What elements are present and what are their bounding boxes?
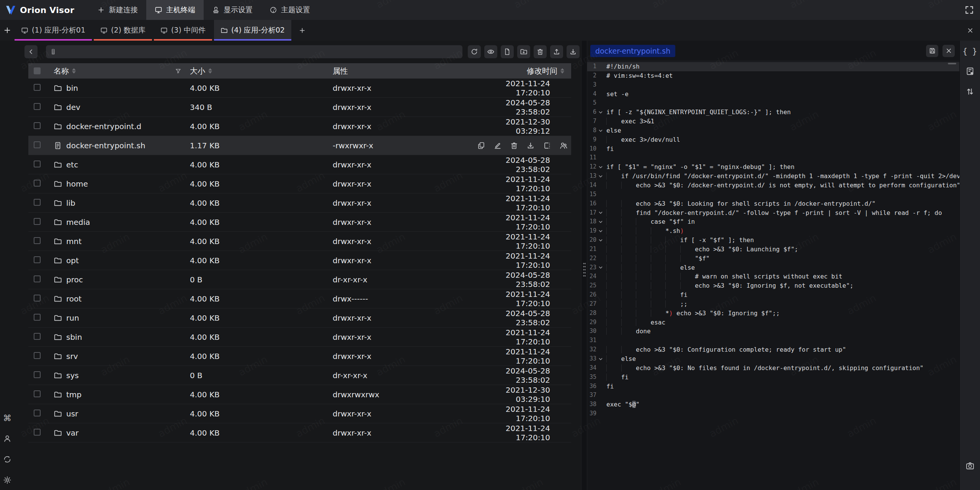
navbar-item-1[interactable]: 新建连接 [89, 0, 146, 20]
row-checkbox[interactable] [34, 333, 41, 340]
terminal-tab-2[interactable]: (2) 数据库 [94, 20, 152, 41]
row-checkbox[interactable] [34, 371, 41, 378]
code-line[interactable]: 24 # warn on shell scripts without exec … [587, 272, 959, 281]
code-line[interactable]: 17 find "/docker-entrypoint.d/" -follow … [587, 208, 959, 218]
sort-icon[interactable] [207, 67, 213, 74]
path-input[interactable] [60, 47, 459, 56]
code-line[interactable]: 6 if [ -z "${NGINX_ENTRYPOINT_QUIET_LOGS… [587, 108, 959, 117]
shortcut-keys-icon[interactable]: ⌘ [3, 414, 11, 423]
code-line[interactable]: 39 [587, 409, 959, 418]
select-all-checkbox[interactable] [34, 67, 41, 74]
row-checkbox[interactable] [34, 352, 41, 359]
fold-chevron-icon[interactable] [596, 226, 605, 236]
row-checkbox[interactable] [34, 256, 41, 263]
fold-chevron-icon[interactable] [596, 391, 605, 400]
row-checkbox[interactable] [34, 161, 41, 167]
row-checkbox[interactable] [34, 199, 41, 206]
code-line[interactable]: 33 else [587, 354, 959, 364]
row-checkbox[interactable] [34, 84, 41, 91]
screenshot-camera-icon[interactable] [965, 461, 975, 471]
code-line[interactable]: 8 else [587, 126, 959, 135]
column-header-name[interactable]: 名称 [52, 66, 190, 76]
fold-chevron-icon[interactable] [596, 272, 605, 281]
code-line[interactable]: 12 if [ "$1" = "nginx" -o "$1" = "nginx-… [587, 162, 959, 172]
close-tab-button[interactable] [967, 20, 980, 41]
code-line[interactable]: 36 fi [587, 382, 959, 391]
terminal-tab-4[interactable]: (4) 应用-分析02 [214, 20, 291, 41]
app-logo[interactable]: Orion Visor [0, 0, 80, 20]
fold-chevron-icon[interactable] [596, 409, 605, 418]
row-checkbox[interactable] [34, 390, 41, 397]
fold-chevron-icon[interactable] [596, 309, 605, 318]
code-area[interactable]: 1 #!/bin/sh 2 # vim:sw=4:ts=4:et 3 4 set… [587, 61, 959, 490]
fold-chevron-icon[interactable] [596, 281, 605, 290]
code-line[interactable]: 34 echo >&3 "$0: No files found in /dock… [587, 364, 959, 373]
navbar-item-2[interactable]: 主机终端 [146, 0, 204, 20]
file-row[interactable]: bin 4.00 KB drwxr-xr-x 2021-11-24 17:20:… [28, 79, 571, 98]
code-line[interactable]: 28 *) echo >&3 "$0: Ignoring $f";; [587, 309, 959, 318]
fold-chevron-icon[interactable] [596, 153, 605, 162]
fold-chevron-icon[interactable] [596, 245, 605, 254]
download-action-icon[interactable] [526, 141, 535, 150]
fold-chevron-icon[interactable] [596, 300, 605, 309]
file-row[interactable]: docker-entrypoint.sh 1.17 KB -rwxrwxr-x [28, 136, 571, 155]
add-tab-button[interactable] [293, 20, 311, 41]
file-row[interactable]: opt 4.00 KB drwxr-xr-x 2021-11-24 17:20:… [28, 251, 571, 270]
code-line[interactable]: 14 echo >&3 "$0: /docker-entrypoint.d/ i… [587, 181, 959, 190]
row-checkbox[interactable] [34, 237, 41, 244]
refresh-button[interactable] [468, 45, 481, 58]
code-line[interactable]: 19 *.sh) [587, 226, 959, 236]
fold-chevron-icon[interactable] [596, 263, 605, 272]
fold-chevron-icon[interactable] [596, 117, 605, 126]
fullscreen-icon[interactable] [964, 5, 974, 15]
code-line[interactable]: 37 [587, 391, 959, 400]
file-row[interactable]: docker-entrypoint.d 4.00 KB drwxr-xr-x 2… [28, 117, 571, 136]
copy-action-icon[interactable] [477, 141, 486, 150]
code-line[interactable]: 7 exec 3>&1 [587, 117, 959, 126]
row-checkbox[interactable] [34, 122, 41, 129]
file-row[interactable]: lib 4.00 KB drwxr-xr-x 2021-11-24 17:20:… [28, 193, 571, 213]
code-line[interactable]: 30 done [587, 327, 959, 336]
fold-chevron-icon[interactable] [596, 190, 605, 199]
row-checkbox[interactable] [34, 180, 41, 187]
fold-chevron-icon[interactable] [596, 172, 605, 181]
fold-chevron-icon[interactable] [596, 62, 605, 71]
fold-chevron-icon[interactable] [596, 373, 605, 382]
path-bar[interactable] [46, 45, 462, 58]
back-button[interactable] [24, 45, 38, 58]
code-line[interactable]: 5 [587, 98, 959, 108]
upload-button[interactable] [550, 45, 563, 58]
permission-action-icon[interactable] [559, 141, 568, 150]
file-row[interactable]: mnt 4.00 KB drwxr-xr-x 2021-11-24 17:20:… [28, 232, 571, 251]
code-line[interactable]: 2 # vim:sw=4:ts=4:et [587, 71, 959, 80]
braces-format-icon[interactable]: { } [963, 47, 977, 56]
sidebar-new-connection-icon[interactable] [0, 20, 15, 41]
file-row[interactable]: run 4.00 KB drwxr-xr-x 2024-05-28 23:58:… [28, 308, 571, 328]
code-line[interactable]: 31 [587, 336, 959, 345]
code-line[interactable]: 29 esac [587, 318, 959, 327]
fold-chevron-icon[interactable] [596, 162, 605, 172]
row-checkbox[interactable] [34, 103, 41, 110]
row-checkbox[interactable] [34, 410, 41, 416]
file-row[interactable]: media 4.00 KB drwxr-xr-x 2021-11-24 17:2… [28, 213, 571, 232]
file-row[interactable]: etc 4.00 KB drwxr-xr-x 2024-05-28 23:58:… [28, 155, 571, 174]
file-row[interactable]: srv 4.00 KB drwxr-xr-x 2021-11-24 17:20:… [28, 347, 571, 366]
code-line[interactable]: 9 exec 3>/dev/null [587, 135, 959, 144]
delete-button[interactable] [534, 45, 547, 58]
fold-chevron-icon[interactable] [596, 80, 605, 90]
fold-chevron-icon[interactable] [596, 364, 605, 373]
code-line[interactable]: 26 fi [587, 290, 959, 300]
updown-arrows-icon[interactable] [965, 87, 975, 97]
row-checkbox[interactable] [34, 141, 41, 148]
panel-resize-divider[interactable] [581, 41, 587, 490]
fold-chevron-icon[interactable] [596, 108, 605, 117]
fold-chevron-icon[interactable] [596, 90, 605, 99]
fold-chevron-icon[interactable] [596, 199, 605, 208]
row-checkbox[interactable] [34, 429, 41, 436]
column-header-mtime[interactable]: 修改时间 [476, 66, 571, 76]
file-row[interactable]: sbin 4.00 KB drwxr-xr-x 2021-11-24 17:20… [28, 328, 571, 347]
code-line[interactable]: 22 "$f" [587, 254, 959, 263]
fold-chevron-icon[interactable] [596, 290, 605, 300]
code-line[interactable]: 3 [587, 80, 959, 90]
fold-chevron-icon[interactable] [596, 382, 605, 391]
